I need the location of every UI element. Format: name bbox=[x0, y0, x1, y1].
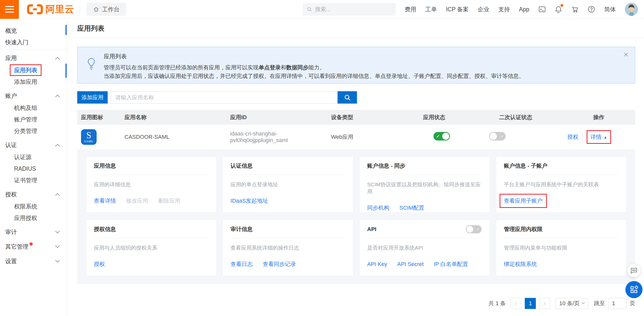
aliyun-logo[interactable]: 阿里云 bbox=[26, 3, 74, 16]
feedback-button[interactable] bbox=[627, 264, 641, 277]
api-toggle[interactable]: × bbox=[466, 225, 481, 233]
grid-apps-icon bbox=[630, 286, 638, 294]
workbench-label: 工作台 bbox=[102, 6, 119, 13]
notification-dot bbox=[560, 4, 563, 7]
chevron-up-icon bbox=[55, 144, 60, 148]
add-app-button[interactable]: 添加应用 bbox=[77, 91, 108, 104]
annotation-box: 详情 ▲ bbox=[587, 130, 611, 144]
sidebar-group-applications[interactable]: 应用 bbox=[0, 52, 67, 64]
sidebar-item-permission-system[interactable]: 权限系统 bbox=[0, 201, 67, 212]
active-item-indicator bbox=[65, 64, 67, 78]
pagination: 共 1 条 ‹ 1 › 10 条/页 跳至 页 bbox=[77, 298, 635, 309]
col-header-status: 应用状态 bbox=[423, 114, 499, 121]
sidebar-group-other-mgmt[interactable]: 其它管理 bbox=[0, 240, 67, 253]
page-number-1[interactable]: 1 bbox=[525, 298, 536, 309]
page-size-select[interactable]: 10 条/页 bbox=[555, 298, 588, 309]
locale-switcher[interactable]: 简体 bbox=[604, 6, 616, 13]
nav-app[interactable]: App bbox=[519, 6, 529, 13]
card-audit-info: 审计信息 查看应用系统详细的操作日志 查看日志 查看同步记录 bbox=[223, 220, 353, 276]
details-link[interactable]: 详情 bbox=[590, 133, 601, 141]
user-avatar[interactable] bbox=[625, 3, 638, 16]
delete-app-link: 删除应用 bbox=[158, 197, 180, 205]
caret-up-icon: ▲ bbox=[603, 135, 607, 139]
sidebar-scroll-indicator bbox=[65, 25, 67, 35]
sidebar-group-accounts[interactable]: 账户 bbox=[0, 89, 67, 102]
sidebar-group-authentication[interactable]: 认证 bbox=[0, 139, 67, 151]
nav-billing[interactable]: 费用 bbox=[405, 6, 416, 13]
help-icon[interactable] bbox=[588, 6, 595, 13]
sidebar-group-authorization[interactable]: 授权 bbox=[0, 188, 67, 201]
page-title: 应用列表 bbox=[77, 24, 104, 33]
chevron-down-icon bbox=[55, 258, 60, 262]
scim-config-link[interactable]: SCIM配置 bbox=[399, 204, 424, 212]
jump-to-page-input[interactable] bbox=[608, 298, 626, 309]
banner-title: 应用列表 bbox=[104, 53, 524, 60]
prev-page-button[interactable]: ‹ bbox=[510, 298, 521, 309]
view-details-link[interactable]: 查看详情 bbox=[94, 197, 116, 205]
nav-icp[interactable]: ICP 备案 bbox=[446, 6, 469, 13]
hamburger-menu-button[interactable] bbox=[0, 0, 19, 19]
nav-tickets[interactable]: 工单 bbox=[425, 6, 437, 13]
banner-line-1: 管理员可以在当前页面管理已经添加的所有应用，应用可以实现单点登录和数据同步能力。 bbox=[104, 63, 524, 72]
next-page-button[interactable]: › bbox=[539, 298, 550, 309]
col-header-actions: 操作 bbox=[580, 114, 635, 121]
table-row: S SAML CASDOOR-SAML idaas-cn-shanghai-pv… bbox=[77, 125, 635, 149]
modify-app-link: 修改应用 bbox=[126, 197, 148, 205]
sidebar-group-settings[interactable]: 设置 bbox=[0, 255, 67, 267]
sidebar-item-app-authorization[interactable]: 应用授权 bbox=[0, 212, 67, 224]
bind-permission-system-link[interactable]: 绑定权限系统 bbox=[504, 260, 537, 268]
annotation-box: 查看应用子账户 bbox=[500, 194, 547, 208]
notification-dot bbox=[29, 242, 33, 246]
mfa-status-toggle[interactable]: × bbox=[489, 132, 506, 141]
nav-support[interactable]: 支持 bbox=[498, 6, 510, 13]
annotation-box: 应用列表 bbox=[10, 64, 42, 76]
sidebar-item-add-app[interactable]: 添加应用 bbox=[0, 76, 67, 87]
sidebar-item-org-groups[interactable]: 机构及组 bbox=[0, 102, 67, 114]
authorize-link[interactable]: 授权 bbox=[567, 133, 578, 141]
close-icon[interactable]: × bbox=[624, 51, 628, 59]
global-search[interactable] bbox=[303, 3, 396, 16]
workbench-tab[interactable]: 工作台 bbox=[87, 3, 126, 16]
banner-line-2: 当添加完应用后，应该确认应用处于启用状态，并已经完成了授权。在应用详情中，可以看… bbox=[104, 72, 524, 80]
ip-whitelist-link[interactable]: IP 白名单配置 bbox=[434, 260, 468, 268]
view-sub-accounts-link[interactable]: 查看应用子账户 bbox=[504, 198, 543, 204]
card-auth-info: 认证信息 应用的单点登录地址 IDaaS发起地址 bbox=[223, 157, 353, 212]
terminal-icon[interactable] bbox=[538, 6, 546, 13]
app-status-toggle[interactable]: ✓ bbox=[433, 132, 450, 141]
view-sync-records-link[interactable]: 查看同步记录 bbox=[263, 260, 296, 268]
authorize-link[interactable]: 授权 bbox=[94, 260, 105, 268]
hamburger-icon bbox=[5, 6, 14, 7]
idaas-sso-url-link[interactable]: IDaaS发起地址 bbox=[230, 197, 268, 205]
nav-enterprise[interactable]: 企业 bbox=[478, 6, 489, 13]
page-unit-label: 页 bbox=[630, 300, 635, 307]
notification-bell-icon[interactable] bbox=[555, 6, 562, 13]
sidebar-item-overview[interactable]: 概览 bbox=[0, 25, 67, 36]
chevron-down-icon bbox=[55, 243, 60, 248]
sidebar-item-cert-mgmt[interactable]: 证书管理 bbox=[0, 174, 67, 186]
app-center-button[interactable] bbox=[625, 281, 642, 298]
view-logs-link[interactable]: 查看日志 bbox=[230, 260, 253, 268]
sidebar-item-category-mgmt[interactable]: 分类管理 bbox=[0, 125, 67, 137]
aliyun-bracket-icon bbox=[26, 4, 44, 15]
search-icon bbox=[307, 6, 312, 12]
toolbar: 添加应用 bbox=[77, 91, 635, 104]
sidebar-item-auth-source[interactable]: 认证源 bbox=[0, 151, 67, 163]
app-search-button[interactable] bbox=[338, 91, 357, 104]
app-search-input[interactable] bbox=[110, 91, 338, 104]
sync-org-link[interactable]: 同步机构 bbox=[367, 204, 389, 212]
api-key-link[interactable]: API Key bbox=[367, 261, 387, 267]
sidebar-item-radius[interactable]: RADIUS bbox=[0, 163, 67, 174]
chevron-up-icon bbox=[55, 57, 60, 61]
sidebar-item-app-list[interactable]: 应用列表 bbox=[0, 64, 67, 76]
card-in-app-permissions: 管理应用内权限 管理应用内菜单与功能权限 绑定权限系统 bbox=[496, 220, 626, 276]
col-header-icon: 应用图标 bbox=[77, 114, 125, 121]
card-app-info: 应用信息 应用的详细信息 查看详情 修改应用 删除应用 bbox=[86, 157, 216, 212]
sidebar-group-audit[interactable]: 审计 bbox=[0, 226, 67, 238]
cart-icon[interactable] bbox=[571, 6, 579, 13]
top-bar: 阿里云 工作台 费用 工单 ICP 备案 企业 支持 App bbox=[0, 0, 644, 19]
sidebar-item-account-mgmt[interactable]: 账户管理 bbox=[0, 114, 67, 125]
chevron-up-icon bbox=[55, 193, 60, 198]
api-secret-link[interactable]: API Secret bbox=[397, 261, 424, 267]
global-search-input[interactable] bbox=[315, 6, 391, 13]
sidebar-item-quickstart[interactable]: 快速入门 bbox=[0, 36, 67, 48]
